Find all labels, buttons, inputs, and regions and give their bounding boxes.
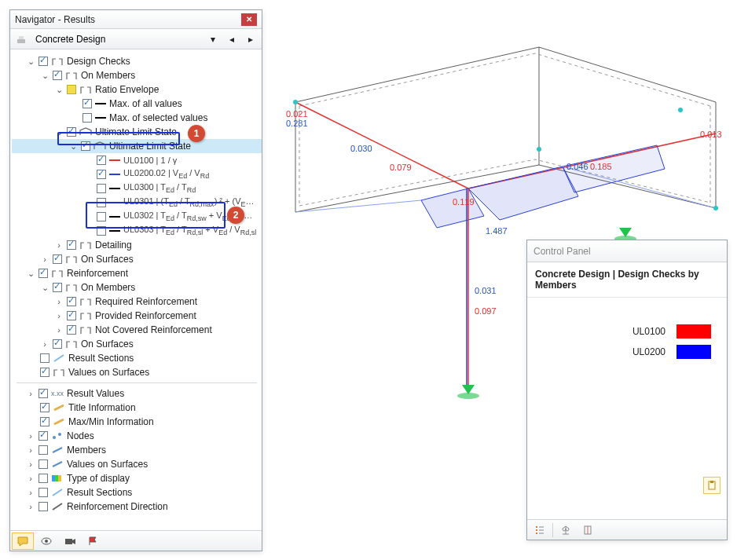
tree-item-values-surfaces-2[interactable]: › Values on Surfaces xyxy=(12,457,262,471)
checkbox[interactable] xyxy=(82,113,92,123)
expand-icon[interactable]: ⌄ xyxy=(54,85,64,94)
checkbox[interactable] xyxy=(38,488,48,497)
checkbox[interactable] xyxy=(97,184,106,193)
checkbox[interactable] xyxy=(38,389,48,398)
line-swatch xyxy=(95,103,106,104)
tree-item-ul0200[interactable]: UL0200.02 | VEd / VRd xyxy=(12,167,262,181)
clipboard-icon[interactable] xyxy=(703,477,720,494)
collapse-icon[interactable]: › xyxy=(26,474,35,483)
checkbox[interactable] xyxy=(38,269,48,278)
collapse-icon[interactable]: › xyxy=(26,459,35,469)
category-select[interactable]: Concrete Design xyxy=(32,31,202,47)
arch-icon xyxy=(53,367,65,378)
balance-icon[interactable] xyxy=(556,522,575,538)
tree-item-req-reinf[interactable]: › Required Reinforcement xyxy=(12,295,262,309)
checkbox[interactable] xyxy=(82,99,92,108)
list-icon[interactable] xyxy=(530,522,549,538)
legend-row: UL0100 xyxy=(543,321,711,342)
tree-item-ul0100[interactable]: UL0100 | 1 / γ xyxy=(12,153,262,167)
tree-item-members[interactable]: › Members xyxy=(12,443,262,457)
checkbox[interactable] xyxy=(38,57,48,66)
member-icon xyxy=(51,445,64,456)
tree-item-ratio-envelope[interactable]: ⌄ Ratio Envelope xyxy=(12,82,262,97)
tree-item-result-sections[interactable]: Result Sections xyxy=(12,351,262,365)
tree-item-reinf-dir[interactable]: › Reinforcement Direction xyxy=(12,500,262,514)
checkbox[interactable] xyxy=(53,339,62,349)
legend-swatch-red xyxy=(676,324,711,339)
collapse-icon[interactable]: › xyxy=(26,502,35,511)
collapse-icon[interactable]: › xyxy=(26,445,35,455)
tree-item-nodes[interactable]: › Nodes xyxy=(12,429,262,443)
expand-icon[interactable]: ⌄ xyxy=(40,283,50,292)
tree-item-detailing[interactable]: › Detailing xyxy=(12,238,262,252)
tree-item-design-checks[interactable]: ⌄ Design Checks xyxy=(12,54,262,68)
close-icon[interactable]: ✕ xyxy=(241,13,257,26)
tree-item-notcov-reinf[interactable]: › Not Covered Reinforcement xyxy=(12,323,262,337)
collapse-icon[interactable]: › xyxy=(54,297,64,306)
collapse-icon[interactable]: › xyxy=(40,254,50,264)
checkbox[interactable] xyxy=(40,368,50,377)
tree-label: Title Information xyxy=(68,402,136,413)
tree-item-max-all[interactable]: Max. of all values xyxy=(12,97,262,111)
checkbox[interactable] xyxy=(38,502,48,511)
checkbox[interactable] xyxy=(67,325,76,335)
line-swatch xyxy=(109,230,120,232)
collapse-icon[interactable]: › xyxy=(54,240,64,250)
checkbox[interactable] xyxy=(38,445,48,455)
tab-comment-icon[interactable] xyxy=(12,533,34,550)
navigator-tree[interactable]: ⌄ Design Checks ⌄ On Members ⌄ Ratio Env… xyxy=(10,49,262,530)
category-icon[interactable] xyxy=(13,31,29,47)
checkbox[interactable] xyxy=(53,254,62,264)
prev-icon[interactable]: ◂ xyxy=(224,31,240,47)
collapse-icon[interactable]: › xyxy=(26,488,35,497)
tree-item-prov-reinf[interactable]: › Provided Reinforcement xyxy=(12,309,262,323)
checkbox[interactable] xyxy=(40,403,50,412)
tree-label: Max. of selected values xyxy=(109,112,207,123)
tree-item-type-display[interactable]: › Type of display xyxy=(12,471,262,485)
checkbox[interactable] xyxy=(67,311,76,320)
expand-icon[interactable]: ⌄ xyxy=(40,71,50,80)
control-panel-titlebar[interactable]: Control Panel xyxy=(527,240,727,262)
tree-item-on-surfaces-1[interactable]: › On Surfaces xyxy=(12,252,262,266)
tab-flag-icon[interactable] xyxy=(82,533,104,550)
checkbox[interactable] xyxy=(38,431,48,441)
chevron-down-icon[interactable]: ▾ xyxy=(205,31,221,47)
tree-item-reinforcement[interactable]: ⌄ Reinforcement xyxy=(12,266,262,280)
navigator-titlebar[interactable]: Navigator - Results ✕ xyxy=(10,10,262,29)
tree-label: Values on Surfaces xyxy=(67,459,148,470)
filter-icon[interactable] xyxy=(578,522,597,538)
collapse-icon[interactable]: › xyxy=(54,311,64,320)
tree-item-maxmin[interactable]: Max/Min Information xyxy=(12,415,262,429)
navigator-bottom-toolbar xyxy=(10,530,262,551)
collapse-icon[interactable]: › xyxy=(26,389,35,398)
next-icon[interactable]: ▸ xyxy=(243,31,258,47)
checkbox[interactable] xyxy=(38,474,48,483)
tree-item-title-info[interactable]: Title Information xyxy=(12,401,262,415)
tree-item-on-members[interactable]: ⌄ On Members xyxy=(12,68,262,82)
expand-icon[interactable]: ⌄ xyxy=(26,269,35,278)
collapse-icon[interactable]: › xyxy=(26,431,35,441)
tree-item-on-members-2[interactable]: ⌄ On Members xyxy=(12,280,262,295)
checkbox-partial[interactable] xyxy=(67,85,76,94)
tab-camera-icon[interactable] xyxy=(59,533,81,550)
checkbox[interactable] xyxy=(67,240,76,250)
checkbox[interactable] xyxy=(53,283,62,292)
checkbox[interactable] xyxy=(97,170,106,179)
checkbox[interactable] xyxy=(97,156,106,165)
tree-item-values-surfaces[interactable]: Values on Surfaces xyxy=(12,365,262,379)
checkbox[interactable] xyxy=(67,297,76,306)
tab-eye-icon[interactable] xyxy=(35,533,57,550)
tree-item-max-sel[interactable]: Max. of selected values xyxy=(12,111,262,125)
checkbox[interactable] xyxy=(40,353,50,363)
svg-rect-0 xyxy=(17,39,25,43)
tree-item-result-sections-2[interactable]: › Result Sections xyxy=(12,485,262,500)
checkbox[interactable] xyxy=(40,417,50,426)
collapse-icon[interactable]: › xyxy=(54,325,64,335)
tree-item-result-values[interactable]: › x.xx Result Values xyxy=(12,386,262,401)
checkbox[interactable] xyxy=(38,459,48,469)
checkbox[interactable] xyxy=(53,71,62,80)
tree-item-ul0300[interactable]: UL0300 | TEd / TRd xyxy=(12,181,262,196)
collapse-icon[interactable]: › xyxy=(40,339,50,349)
tree-item-on-surfaces-2[interactable]: › On Surfaces xyxy=(12,337,262,351)
expand-icon[interactable]: ⌄ xyxy=(26,57,35,66)
